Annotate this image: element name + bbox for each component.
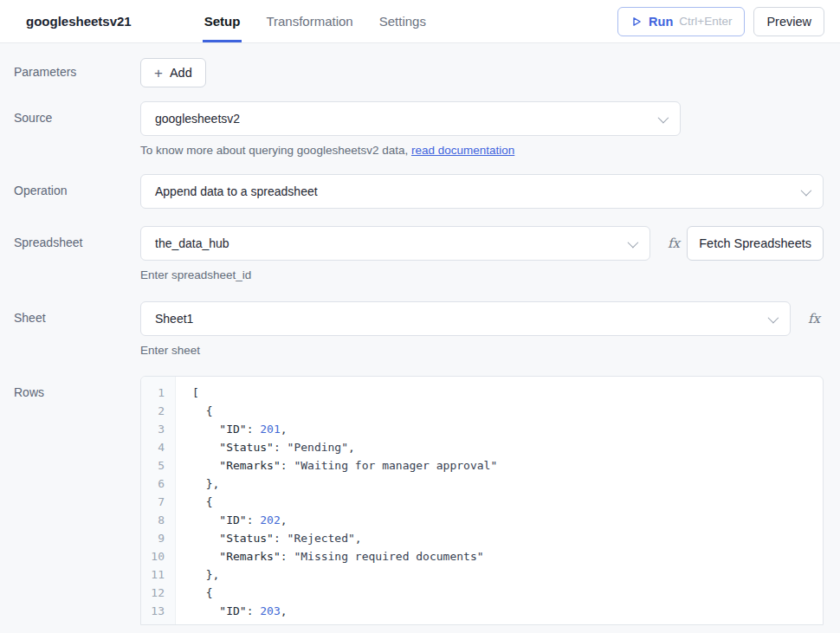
code-line: "ID": 203, (192, 602, 823, 620)
code-line: { (192, 402, 823, 420)
spreadsheet-select[interactable]: the_data_hub (140, 226, 650, 261)
run-shortcut: Ctrl+Enter (679, 15, 732, 28)
plus-icon: + (154, 66, 163, 81)
rows-code-editor[interactable]: 12345678910111213 [ { "ID": 201, "Status… (140, 376, 824, 625)
operation-select[interactable]: Append data to a spreadsheet (140, 174, 824, 209)
code-line: "Status": "Rejected", (192, 529, 823, 547)
line-number: 3 (141, 420, 165, 438)
header: googlesheetsv21 SetupTransformationSetti… (0, 0, 840, 43)
source-helper: To know more about querying googlesheets… (140, 144, 824, 157)
line-number: 13 (141, 602, 165, 620)
header-actions: Run Ctrl+Enter Preview (617, 7, 824, 36)
selected-value: Append data to a spreadsheet (155, 184, 318, 198)
spreadsheet-label: Spreadsheet (14, 226, 140, 249)
sheet-label: Sheet (14, 301, 140, 325)
run-label: Run (649, 15, 673, 29)
code-line: }, (192, 475, 823, 493)
chevron-down-icon (801, 184, 812, 196)
add-label: Add (170, 66, 192, 80)
sheet-select[interactable]: Sheet1 (140, 301, 791, 336)
tab-transformation[interactable]: Transformation (264, 0, 354, 42)
fx-toggle-icon[interactable]: fx (804, 311, 824, 326)
code-line: "ID": 201, (192, 420, 823, 438)
spreadsheet-row: Spreadsheet the_data_hub fx Fetch Spread… (14, 226, 824, 281)
line-number: 4 (141, 438, 165, 456)
code-line: "Remarks": "Waiting for manager approval… (192, 456, 823, 475)
preview-button[interactable]: Preview (753, 7, 824, 36)
rows-label: Rows (14, 376, 140, 399)
documentation-link[interactable]: read documentation (411, 144, 514, 157)
code-content: [ { "ID": 201, "Status": "Pending", "Rem… (176, 377, 823, 624)
play-icon (630, 16, 643, 28)
line-number: 5 (141, 456, 165, 475)
code-line: }, (192, 565, 823, 584)
line-number: 8 (141, 511, 165, 529)
line-number: 6 (141, 475, 165, 493)
source-helper-text: To know more about querying googlesheets… (140, 144, 411, 157)
line-number: 10 (141, 547, 165, 565)
chevron-down-icon (628, 236, 639, 248)
tabs: SetupTransformationSettings (203, 0, 428, 42)
selected-value: the_data_hub (155, 236, 229, 250)
parameters-row: Parameters + Add (14, 58, 824, 87)
selected-value: googlesheetsv2 (155, 112, 240, 126)
source-label: Source (14, 101, 140, 125)
tab-settings[interactable]: Settings (378, 0, 428, 42)
add-parameter-button[interactable]: + Add (140, 58, 206, 87)
line-numbers: 12345678910111213 (141, 377, 176, 624)
selected-value: Sheet1 (155, 312, 193, 326)
code-line: "Remarks": "Missing required documents" (192, 547, 823, 565)
code-line: "Status": "Pending", (192, 438, 823, 456)
spreadsheet-helper: Enter spreadsheet_id (140, 268, 824, 281)
operation-row: Operation Append data to a spreadsheet (14, 174, 824, 209)
parameters-label: Parameters (14, 58, 140, 79)
chevron-down-icon (768, 312, 779, 323)
query-title: googlesheetsv21 (26, 14, 132, 29)
line-number: 9 (141, 529, 165, 547)
code-line: [ (192, 384, 823, 402)
fetch-spreadsheets-button[interactable]: Fetch Spreadsheets (687, 226, 824, 261)
operation-label: Operation (14, 174, 140, 197)
fx-toggle-icon[interactable]: fx (664, 236, 683, 251)
chevron-down-icon (658, 112, 669, 123)
line-number: 2 (141, 402, 165, 420)
setup-panel: Parameters + Add Source googlesheetsv2 T… (0, 43, 840, 625)
line-number: 11 (141, 565, 165, 584)
sheet-row: Sheet Sheet1 fx Enter sheet (14, 301, 824, 357)
line-number: 7 (141, 493, 165, 511)
source-select[interactable]: googlesheetsv2 (140, 101, 681, 136)
tab-setup[interactable]: Setup (203, 0, 242, 42)
rows-row: Rows 12345678910111213 [ { "ID": 201, "S… (14, 376, 824, 625)
source-row: Source googlesheetsv2 To know more about… (14, 101, 824, 157)
query-editor: googlesheetsv21 SetupTransformationSetti… (0, 0, 840, 625)
code-line: "ID": 202, (192, 511, 823, 529)
sheet-helper: Enter sheet (140, 344, 824, 357)
line-number: 12 (141, 584, 165, 602)
line-number: 1 (141, 384, 165, 402)
code-line: { (192, 493, 823, 511)
code-line: { (192, 584, 823, 602)
run-button[interactable]: Run Ctrl+Enter (617, 7, 745, 36)
